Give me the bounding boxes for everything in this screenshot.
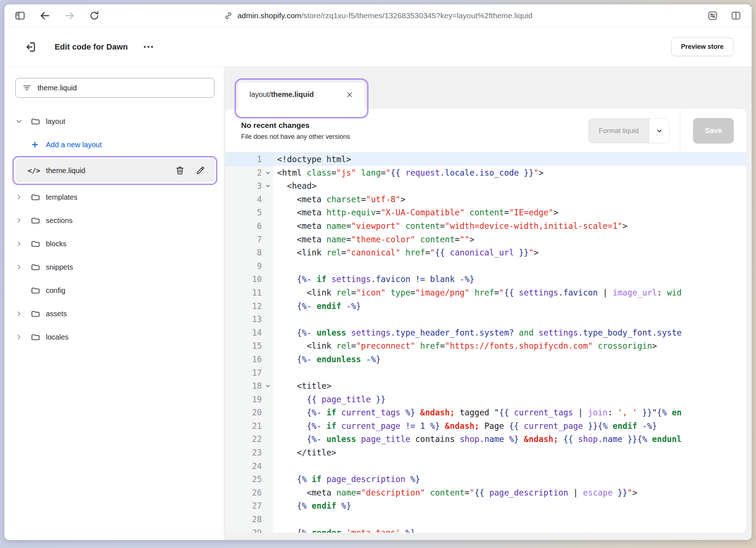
url-host: admin.shopify.com: [237, 11, 301, 20]
code-line-content: {%- unless page_title contains shop.name…: [272, 432, 747, 446]
tree-folder-label: blocks: [46, 240, 67, 248]
tree-folder-sections[interactable]: sections: [15, 211, 214, 230]
tree-folder-snippets[interactable]: snippets: [15, 258, 214, 276]
exit-editor-icon[interactable]: [23, 40, 38, 54]
code-line-27[interactable]: 27 {% endif %}: [226, 499, 747, 513]
code-line-3[interactable]: 3 <head>: [226, 179, 747, 193]
code-line-7[interactable]: 7 <meta name="theme-color" content="">: [226, 233, 747, 246]
code-line-29[interactable]: 29 {% render 'meta-tags' %}: [226, 526, 747, 533]
browser-sidebar-toggle-icon[interactable]: [14, 9, 26, 22]
forward-icon[interactable]: [63, 9, 76, 22]
chevron-right-icon[interactable]: [15, 310, 31, 317]
tree-folder-assets[interactable]: assets: [15, 305, 214, 323]
line-number: 5: [226, 206, 272, 219]
code-line-25[interactable]: 25 {% if page_description %}: [226, 473, 747, 486]
code-line-5[interactable]: 5 <meta http-equiv="X-UA-Compatible" con…: [226, 206, 747, 219]
code-line-content: <meta charset="utf-8">: [272, 193, 747, 206]
line-number: 3: [226, 179, 272, 193]
browser-settings-icon[interactable]: [706, 9, 719, 22]
code-editor[interactable]: 1<!doctype html>2<html class="js" lang="…: [226, 153, 747, 533]
chevron-right-icon[interactable]: [15, 217, 31, 224]
code-line-9[interactable]: 9: [226, 259, 747, 273]
url-path: /store/rzq1xu-f5/themes/132683530345?key…: [301, 11, 532, 20]
chevron-down-icon[interactable]: [15, 118, 31, 125]
tab-folder-label: layout/: [249, 90, 271, 99]
code-line-6[interactable]: 6 <meta name="viewport" content="width=d…: [226, 219, 747, 233]
url-field[interactable]: admin.shopify.com/store/rzq1xu-f5/themes…: [237, 11, 532, 20]
fold-toggle-icon[interactable]: [265, 170, 271, 176]
chevron-right-icon[interactable]: [15, 240, 31, 247]
code-line-11[interactable]: 11 <link rel="icon" type="image/png" hre…: [226, 286, 747, 300]
add-new-layout-link[interactable]: Add a new layout: [15, 136, 214, 154]
tree-folder-templates[interactable]: templates: [15, 188, 214, 206]
code-line-22[interactable]: 22 {%- unless page_title contains shop.n…: [226, 432, 747, 446]
code-line-20[interactable]: 20 {%- if current_tags %} &ndash; tagged…: [226, 406, 747, 419]
code-line-17[interactable]: 17: [226, 366, 747, 380]
chevron-right-icon[interactable]: [15, 263, 31, 271]
line-number: 26: [226, 486, 272, 500]
code-line-19[interactable]: 19 {{ page_title }}: [226, 393, 747, 406]
status-subtitle: File does not have any other versions: [241, 133, 350, 141]
editor-card: No recent changes File does not have any…: [226, 109, 747, 533]
code-line-16[interactable]: 16 {%- endunless -%}: [226, 353, 747, 366]
tree-folder-config[interactable]: config: [15, 281, 214, 300]
code-line-23[interactable]: 23 </title>: [226, 446, 747, 459]
fold-toggle-icon[interactable]: [265, 183, 271, 189]
back-icon[interactable]: [39, 9, 51, 22]
code-line-14[interactable]: 14 {%- unless settings.type_header_font.…: [226, 326, 747, 340]
tab-theme-liquid[interactable]: layout/theme.liquid: [239, 82, 365, 109]
line-number: 12: [226, 300, 272, 313]
delete-file-icon[interactable]: [174, 165, 185, 176]
code-line-24[interactable]: 24: [226, 459, 747, 473]
code-line-content: <meta name="description" content="{{ pag…: [272, 486, 747, 500]
code-line-content: [272, 259, 747, 273]
code-line-1[interactable]: 1<!doctype html>: [226, 153, 747, 166]
file-search-box[interactable]: [15, 78, 214, 98]
tree-folder-locales[interactable]: locales: [15, 328, 214, 346]
code-line-content: {%- if current_tags %} &ndash; tagged "{…: [272, 406, 747, 419]
format-liquid-button[interactable]: Format liquid: [588, 119, 649, 143]
code-line-content: {% render 'meta-tags' %}: [272, 526, 747, 533]
code-line-12[interactable]: 12 {%- endif -%}: [226, 300, 747, 313]
code-line-2[interactable]: 2<html class="js" lang="{{ request.local…: [226, 166, 747, 180]
code-line-4[interactable]: 4 <meta charset="utf-8">: [226, 193, 747, 206]
plus-icon: [31, 140, 46, 149]
code-line-28[interactable]: 28: [226, 513, 747, 526]
tree-file-theme-liquid[interactable]: </>theme.liquid: [15, 159, 214, 182]
tree-folder-layout[interactable]: layout: [15, 112, 214, 130]
more-actions-icon[interactable]: [142, 43, 154, 51]
code-line-content: {%- if current_page != 1 %} &ndash; Page…: [272, 419, 747, 433]
line-number: 17: [226, 366, 272, 380]
chevron-right-icon[interactable]: [15, 193, 31, 201]
code-line-15[interactable]: 15 <link rel="preconnect" href="https://…: [226, 339, 747, 353]
format-dropdown-caret-icon[interactable]: [649, 119, 669, 143]
folder-icon: [31, 332, 46, 342]
line-number: 11: [226, 286, 272, 300]
search-input[interactable]: [38, 84, 208, 92]
code-line-18[interactable]: 18 <title>: [226, 379, 747, 393]
save-button[interactable]: Save: [693, 118, 734, 144]
tree-folder-blocks[interactable]: blocks: [15, 235, 214, 253]
code-line-content: {%- endif -%}: [272, 300, 747, 313]
tab-close-icon[interactable]: [344, 89, 355, 100]
tab-file-label: theme.liquid: [271, 90, 314, 99]
code-line-13[interactable]: 13: [226, 313, 747, 326]
code-line-21[interactable]: 21 {%- if current_page != 1 %} &ndash; P…: [226, 419, 747, 433]
preview-store-button[interactable]: Preview store: [671, 38, 733, 56]
link-icon: [224, 11, 233, 20]
fold-toggle-icon[interactable]: [265, 383, 271, 389]
code-line-content: {% endif %}: [272, 499, 747, 513]
chevron-right-icon[interactable]: [15, 333, 31, 341]
code-line-10[interactable]: 10 {%- if settings.favicon != blank -%}: [226, 273, 747, 286]
tab-strip: layout/theme.liquid: [224, 67, 752, 109]
line-number: 1: [226, 153, 272, 166]
code-line-26[interactable]: 26 <meta name="description" content="{{ …: [226, 486, 747, 500]
code-line-8[interactable]: 8 <link rel="canonical" href="{{ canonic…: [226, 246, 747, 259]
code-line-content: [272, 459, 747, 473]
reload-icon[interactable]: [88, 9, 101, 22]
rename-file-icon[interactable]: [195, 165, 206, 176]
tree-folder-label: locales: [46, 333, 68, 341]
line-number: 7: [226, 233, 272, 246]
split-view-icon[interactable]: [730, 9, 742, 22]
line-number: 4: [226, 193, 272, 206]
